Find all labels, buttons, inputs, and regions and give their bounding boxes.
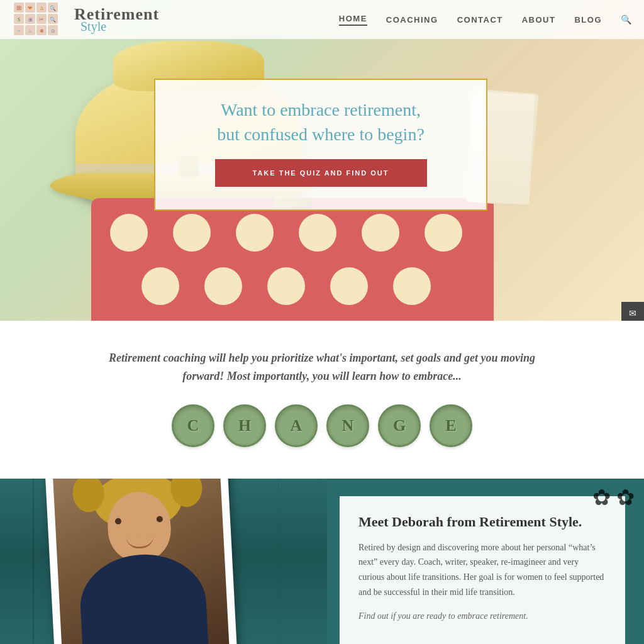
letter-a: A [275, 404, 318, 447]
nav-home[interactable]: HOME [339, 14, 367, 26]
svg-text:⊙: ⊙ [51, 28, 55, 34]
letter-c: C [172, 404, 214, 447]
letter-h: H [223, 404, 266, 447]
svg-text:⊞: ⊞ [16, 4, 21, 11]
suitcase-decoration [91, 198, 494, 321]
logo[interactable]: ⊞ ❤ ♙ 🔍 $ ⊞ ✂ 🔍 ~ ⌂ ❋ ⊙ R [13, 1, 159, 38]
letter-n: N [326, 404, 369, 447]
nav-coaching[interactable]: COACHING [386, 15, 438, 25]
info-card-italic: Find out if you are ready to embrace ret… [358, 609, 606, 624]
letter-g: G [378, 404, 421, 447]
photo-frame [45, 479, 238, 644]
hero-heading: Want to embrace retirement, but confused… [178, 97, 464, 147]
site-header: ⊞ ❤ ♙ 🔍 $ ⊞ ✂ 🔍 ~ ⌂ ❋ ⊙ R [0, 0, 644, 39]
nav-blog[interactable]: BLOG [574, 15, 602, 25]
letter-e: E [430, 404, 472, 447]
hero-overlay: Want to embrace retirement, but confused… [154, 79, 487, 211]
logo-text: Retirement Style [74, 6, 159, 33]
nav-contact[interactable]: CONTACT [457, 15, 503, 25]
logo-icon: ⊞ ❤ ♙ 🔍 $ ⊞ ✂ 🔍 ~ ⌂ ❋ ⊙ [13, 1, 69, 38]
svg-text:⊞: ⊞ [28, 17, 33, 23]
svg-text:🔍: 🔍 [50, 16, 56, 23]
svg-text:❤: ❤ [28, 5, 33, 11]
search-icon[interactable]: 🔍 [621, 14, 631, 25]
nav-about[interactable]: ABOUT [522, 15, 556, 25]
svg-text:❋: ❋ [40, 28, 44, 34]
hero-section: Want to embrace retirement, but confused… [0, 0, 644, 321]
info-card-title: Meet Deborah from Retirement Style. [358, 514, 606, 530]
logo-style-text: Style [74, 20, 159, 33]
photo-area [0, 479, 327, 644]
svg-text:🔍: 🔍 [50, 5, 56, 11]
change-letters: C H A N G E [50, 404, 594, 447]
email-sidebar-button[interactable]: ✉ [621, 302, 644, 321]
bottom-section: ✿ ✿ Meet Deborah from Retirement Style. … [0, 479, 644, 644]
svg-text:$: $ [18, 17, 20, 23]
info-card-body: Retired by design and discovering more a… [358, 540, 606, 600]
info-card-area: ✿ ✿ Meet Deborah from Retirement Style. … [327, 479, 644, 644]
svg-text:⌂: ⌂ [29, 28, 32, 34]
info-card: Meet Deborah from Retirement Style. Reti… [340, 496, 625, 644]
svg-text:✂: ✂ [39, 16, 44, 23]
main-nav: HOME COACHING CONTACT ABOUT BLOG 🔍 [339, 14, 631, 26]
quiz-button[interactable]: TAKE THE QUIZ AND FIND OUT [215, 159, 427, 187]
svg-text:♙: ♙ [40, 6, 44, 11]
middle-tagline: Retirement coaching will help you priori… [102, 349, 542, 386]
email-icon: ✉ [629, 308, 636, 319]
flower-decoration: ✿ ✿ [592, 485, 635, 511]
middle-section: Retirement coaching will help you priori… [0, 321, 644, 479]
svg-text:~: ~ [18, 28, 21, 34]
